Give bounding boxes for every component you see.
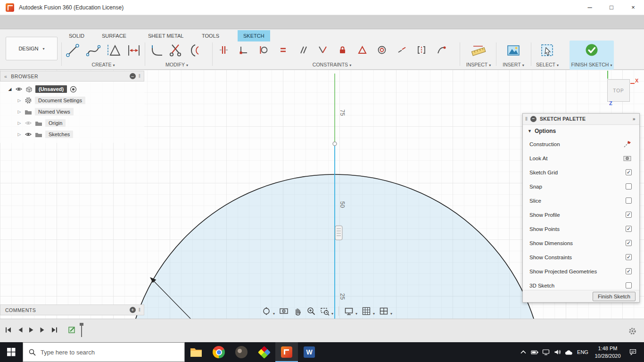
fit-button[interactable]: ▾ [319, 305, 335, 317]
pan-button[interactable] [291, 305, 304, 317]
browser-item-root[interactable]: ◢ (Unsaved) [0, 83, 144, 95]
checkbox-checked[interactable]: ✓ [626, 268, 632, 274]
collapse-icon[interactable]: – [530, 116, 537, 122]
palette-option-show-projected-geometries[interactable]: Show Projected Geometries ✓ [523, 264, 639, 279]
group-label-modify[interactable]: MODIFY▾ [165, 62, 188, 67]
palette-option-construction[interactable]: Construction [523, 137, 639, 151]
palette-option-snap[interactable]: Snap [523, 180, 639, 194]
spline-tool-button[interactable] [84, 41, 102, 59]
timeline-gear-icon[interactable] [628, 327, 636, 335]
horizontal-vertical-constraint-button[interactable] [218, 44, 229, 56]
palette-option-show-dimensions[interactable]: Show Dimensions ✓ [523, 236, 639, 250]
go-to-start-button[interactable] [5, 327, 12, 333]
step-forward-button[interactable] [40, 327, 46, 333]
start-button[interactable] [0, 342, 23, 362]
sketch-dimension-tool-button[interactable] [125, 41, 143, 59]
zoom-button[interactable] [305, 305, 317, 317]
battery-icon[interactable] [529, 349, 540, 355]
sketch-palette-header[interactable]: ‖ – SKETCH PALETTE » [523, 114, 639, 125]
trim-tool-button[interactable] [167, 41, 185, 59]
look-at-button[interactable] [278, 305, 290, 317]
expander-closed-icon[interactable]: ▷ [17, 132, 22, 137]
look-at-icon[interactable] [623, 154, 632, 163]
curvature-constraint-button[interactable] [436, 44, 447, 56]
equal-constraint-button[interactable] [277, 44, 289, 56]
group-label-constraints[interactable]: CONSTRAINTS▾ [313, 62, 351, 67]
sketch-feature-icon[interactable] [68, 326, 76, 334]
active-component-radio-icon[interactable] [70, 86, 77, 93]
timeline-playhead[interactable] [81, 324, 82, 337]
dimension-label[interactable]: 50 [339, 201, 346, 208]
grid-and-snaps-button[interactable]: ▾ [360, 305, 376, 317]
dimension-label[interactable]: 25 [339, 293, 346, 300]
action-center-icon[interactable] [624, 349, 641, 355]
palette-option-show-profile[interactable]: Show Profile ✓ [523, 208, 639, 222]
insert-canvas-button[interactable] [504, 41, 522, 59]
tab-sketch[interactable]: SKETCH [238, 30, 270, 41]
tangent-constraint-button[interactable] [257, 44, 269, 56]
checkbox-checked[interactable]: ✓ [626, 254, 632, 260]
play-button[interactable] [28, 327, 34, 333]
construction-icon[interactable] [623, 140, 632, 148]
browser-item-label[interactable]: Document Settings [35, 97, 85, 104]
fillet-tool-button[interactable] [148, 41, 166, 59]
palette-option-3d-sketch[interactable]: 3D Sketch [523, 279, 639, 290]
select-tool-button[interactable] [538, 41, 556, 59]
collapse-panel-icon[interactable]: « [4, 74, 7, 79]
taskbar-app-gimp[interactable] [230, 342, 253, 362]
hidden-icons-chevron[interactable] [518, 349, 529, 355]
expander-open-icon[interactable]: ◢ [8, 87, 12, 91]
fix-constraint-button[interactable] [337, 44, 348, 56]
taskbar-app-chrome[interactable] [207, 342, 230, 362]
tab-sheet-metal[interactable]: SHEET METAL [142, 30, 189, 41]
browser-item-label[interactable]: Origin [45, 119, 66, 127]
midpoint-constraint-button[interactable] [356, 44, 368, 56]
eye-icon[interactable] [25, 131, 32, 138]
taskbar-app-fusion360[interactable] [275, 342, 298, 362]
expander-closed-icon[interactable]: ▷ [17, 121, 22, 125]
group-label-finish-sketch[interactable]: FINISH SKETCH▾ [571, 62, 612, 67]
measure-tool-button[interactable] [470, 41, 487, 59]
coincident-constraint-button[interactable] [238, 44, 249, 56]
expander-closed-icon[interactable]: ▷ [17, 98, 22, 103]
taskbar-clock[interactable]: 1:48 PM 10/28/2020 [591, 345, 624, 360]
checkbox-unchecked[interactable] [626, 183, 632, 189]
palette-option-show-constraints[interactable]: Show Constraints ✓ [523, 250, 639, 264]
browser-header[interactable]: « BROWSER – ‖ [0, 71, 144, 82]
checkbox-checked[interactable]: ✓ [626, 240, 632, 246]
eye-icon[interactable] [15, 86, 23, 92]
checkbox-checked[interactable]: ✓ [626, 226, 632, 232]
network-icon[interactable] [540, 349, 552, 355]
step-back-button[interactable] [17, 327, 23, 333]
browser-item-label[interactable]: Named Views [35, 108, 74, 115]
checkbox-checked[interactable]: ✓ [626, 212, 632, 218]
group-label-create[interactable]: CREATE▾ [92, 62, 115, 67]
group-label-select[interactable]: SELECT▾ [536, 62, 559, 67]
finish-sketch-dialog-button[interactable]: Finish Sketch [593, 292, 636, 301]
comments-header[interactable]: COMMENTS + ‖ [0, 304, 144, 315]
browser-item-label[interactable]: (Unsaved) [35, 85, 67, 93]
go-to-end-button[interactable] [51, 327, 58, 333]
viewports-button[interactable]: ▾ [378, 305, 394, 317]
palette-option-slice[interactable]: Slice [523, 194, 639, 208]
display-settings-button[interactable]: ▾ [343, 305, 359, 317]
mirror-tool-button[interactable] [105, 41, 123, 59]
tab-solid[interactable]: SOLID [63, 30, 90, 41]
taskbar-search-input[interactable] [41, 349, 158, 356]
taskbar-search-box[interactable] [23, 342, 185, 362]
browser-item-label[interactable]: Sketches [45, 131, 73, 138]
checkbox-unchecked[interactable] [626, 282, 632, 288]
close-button[interactable]: × [622, 0, 644, 15]
collinear-constraint-button[interactable] [396, 44, 407, 56]
symmetry-constraint-button[interactable] [416, 44, 427, 56]
browser-item-document-settings[interactable]: ▷ Document Settings [0, 95, 144, 106]
volume-icon[interactable] [552, 349, 563, 355]
dimension-grip-widget[interactable] [335, 226, 342, 240]
perpendicular-constraint-button[interactable] [317, 44, 328, 56]
options-section-header[interactable]: ▼ Options [523, 125, 639, 137]
panel-grip-icon[interactable]: ‖ [139, 74, 141, 79]
line-tool-button[interactable] [64, 41, 82, 59]
viewcube-face-label[interactable]: TOP [613, 88, 624, 93]
expander-closed-icon[interactable]: ▷ [17, 109, 22, 114]
minimize-button[interactable]: ─ [579, 0, 601, 15]
